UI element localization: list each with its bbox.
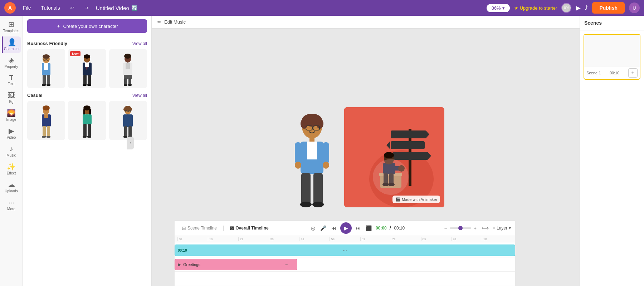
skip-fwd-btn[interactable]: ⏭ xyxy=(355,224,362,232)
view-all-business[interactable]: View all xyxy=(132,41,147,46)
scene-canvas[interactable]: 🎬 Made with Animaker xyxy=(344,107,444,207)
sidebar-label-uploads: Uploads xyxy=(5,189,18,193)
sidebar-item-uploads[interactable]: ☁ Uploads xyxy=(2,179,21,195)
svg-point-12 xyxy=(84,54,90,59)
current-time: 00:00 xyxy=(376,226,387,231)
svg-point-60 xyxy=(301,119,308,129)
video-icon: ▶ xyxy=(9,127,14,134)
sidebar-item-music[interactable]: ♪ Music xyxy=(2,143,21,159)
sidebar-item-bg[interactable]: 🖼 Bg xyxy=(2,89,21,106)
business-char-grid: New xyxy=(27,49,147,88)
progress-value: 0% xyxy=(564,6,569,10)
char-card-bf3[interactable] xyxy=(109,49,147,88)
total-time: 00:10 xyxy=(394,226,405,231)
sidebar-item-image[interactable]: 🌄 Image xyxy=(2,107,21,124)
create-character-btn[interactable]: ＋ Create your own character xyxy=(27,19,147,33)
greetings-dots[interactable]: ··· xyxy=(285,262,288,267)
canvas-area: ✏ Edit Music xyxy=(152,16,580,286)
camera-btn[interactable]: ◎ xyxy=(310,224,316,232)
effect-icon: ✨ xyxy=(7,163,16,170)
title-area: Untitled Video 🔄 xyxy=(96,5,137,11)
svg-rect-79 xyxy=(391,130,426,138)
sidebar-item-character[interactable]: 👤 Character xyxy=(2,36,21,53)
layer-selector[interactable]: ≡ Layer ▾ xyxy=(493,226,511,231)
svg-rect-19 xyxy=(87,84,91,86)
sidebar-item-effect[interactable]: ✨ Effect xyxy=(2,161,21,177)
panel-collapse-btn[interactable]: ‹ xyxy=(127,137,134,149)
file-menu[interactable]: File xyxy=(20,4,34,12)
ruler-0s: 0s xyxy=(177,237,208,241)
ruler-4s: 4s xyxy=(299,237,330,241)
edit-music-bar[interactable]: ✏ Edit Music xyxy=(152,16,580,29)
zoom-minus-btn[interactable]: − xyxy=(443,224,448,232)
scene-thumb-1 xyxy=(584,35,640,67)
user-avatar[interactable]: U xyxy=(629,3,640,13)
char-svg-c3 xyxy=(116,104,140,140)
main-layout: ⊞ Templates 👤 Character ◈ Property T Tex… xyxy=(0,16,644,286)
char-card-c3[interactable] xyxy=(109,101,147,140)
tab-overall-timeline[interactable]: ⊠ Overall Timeline xyxy=(227,224,272,232)
sidebar-item-property[interactable]: ◈ Property xyxy=(2,54,21,71)
scene-card-1[interactable]: Scene 1 00:10 + xyxy=(584,34,640,80)
time-divider: / xyxy=(390,225,391,231)
preview-play-btn[interactable]: ▶ xyxy=(576,4,581,12)
sidebar-label-music: Music xyxy=(6,153,16,157)
sidebar-item-more[interactable]: ··· More xyxy=(2,197,21,213)
svg-rect-27 xyxy=(124,84,127,86)
tutorials-menu[interactable]: Tutorials xyxy=(38,4,63,12)
track-block-teal[interactable]: 00:10 ··· xyxy=(175,245,515,256)
svg-rect-54 xyxy=(124,126,127,137)
svg-rect-67 xyxy=(307,142,317,159)
char-card-bf2[interactable]: New xyxy=(68,49,106,88)
sidebar-item-templates[interactable]: ⊞ Templates xyxy=(2,19,21,35)
skip-back-btn[interactable]: ⏮ xyxy=(330,224,337,232)
zoom-value: 86% xyxy=(492,5,501,11)
mic-btn[interactable]: 🎤 xyxy=(319,224,327,232)
sidebar-item-text[interactable]: T Text xyxy=(2,72,21,88)
sidebar-item-video[interactable]: ▶ Video xyxy=(2,125,21,142)
char-card-c1[interactable] xyxy=(27,101,65,140)
character-preview[interactable] xyxy=(287,107,337,207)
sidebar-label-image: Image xyxy=(6,118,16,122)
upgrade-label: Upgrade to starter xyxy=(520,5,557,11)
templates-icon: ⊞ xyxy=(8,21,14,28)
upgrade-btn[interactable]: ★ Upgrade to starter xyxy=(514,5,557,11)
title-edit-icon[interactable]: 🔄 xyxy=(131,5,137,11)
animaker-text: Made with Animaker xyxy=(402,197,437,202)
add-scene-btn[interactable]: + xyxy=(628,68,638,78)
zoom-plus-btn[interactable]: + xyxy=(473,224,478,232)
view-all-casual[interactable]: View all xyxy=(132,93,147,98)
svg-rect-55 xyxy=(128,126,132,137)
svg-rect-9 xyxy=(42,84,46,86)
expand-btn[interactable]: ⟺ xyxy=(480,224,490,232)
svg-rect-73 xyxy=(313,173,323,204)
zoom-slider[interactable]: − + xyxy=(443,224,478,232)
track-block-pink[interactable]: ▶ Greetings ··· xyxy=(175,259,297,270)
topbar: A File Tutorials ↩ ↪ Untitled Video 🔄 86… xyxy=(0,0,644,16)
ruler-5s: 5s xyxy=(330,237,360,241)
char-card-bf1[interactable] xyxy=(27,49,65,88)
scene-thumb-svg xyxy=(584,35,640,67)
ruler-10: 10 xyxy=(482,237,512,241)
create-char-label: Create your own character xyxy=(63,24,118,29)
svg-rect-42 xyxy=(83,124,87,137)
char-card-c2[interactable] xyxy=(68,101,106,140)
zoom-control[interactable]: 86% ▾ xyxy=(487,4,510,12)
tab-scene-timeline[interactable]: ⊟ Scene Timeline xyxy=(179,224,220,232)
svg-point-61 xyxy=(316,119,323,129)
track1-dots[interactable]: ··· xyxy=(343,247,347,253)
char-svg-c2 xyxy=(75,104,99,140)
star-icon: ★ xyxy=(514,5,518,11)
scene-timeline-label: Scene Timeline xyxy=(187,226,217,231)
undo-btn[interactable]: ↩ xyxy=(67,4,77,12)
sidebar-label-text: Text xyxy=(8,82,14,86)
timeline-play-btn[interactable]: ▶ xyxy=(340,222,352,234)
redo-btn[interactable]: ↪ xyxy=(82,4,92,12)
publish-btn[interactable]: Publish xyxy=(592,2,625,14)
share-btn[interactable]: ⤴ xyxy=(585,5,588,11)
main-character-svg xyxy=(287,107,337,207)
character-icon: 👤 xyxy=(8,39,16,46)
timeline-play-icon: ▶ xyxy=(344,225,348,231)
subtitle-btn[interactable]: ⬛ xyxy=(365,224,373,232)
uploads-icon: ☁ xyxy=(8,181,15,188)
